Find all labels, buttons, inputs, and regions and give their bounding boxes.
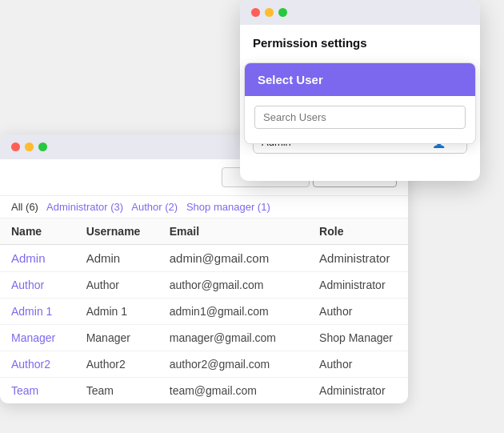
select-user-search-input[interactable]: [254, 106, 466, 129]
select-user-popover: Select User: [244, 62, 476, 144]
table-header-row: Name Username Email Role: [0, 219, 408, 245]
select-user-title: Select User: [258, 73, 323, 86]
fg-titlebar: [240, 0, 480, 25]
close-button-fg[interactable]: [251, 8, 260, 17]
col-name: Name: [0, 219, 75, 245]
user-table: Name Username Email Role AdminAdminadmin…: [0, 219, 408, 403]
user-name-link[interactable]: Admin: [11, 251, 46, 265]
user-username: Team: [75, 378, 158, 404]
filter-all-label: All (6): [11, 201, 38, 213]
user-email: admin@gmail.com: [158, 245, 308, 272]
col-email: Email: [158, 219, 308, 245]
maximize-button-bg[interactable]: [38, 142, 47, 151]
table-row: Author2Author2author2@gmail.comAuthor: [0, 351, 408, 378]
user-role: Shop Manager: [308, 325, 408, 351]
select-user-body: [245, 96, 475, 143]
select-user-header: Select User: [245, 63, 475, 96]
user-role: Administrator: [308, 378, 408, 404]
minimize-button-bg[interactable]: [25, 142, 34, 151]
user-email: author@gmail.com: [158, 272, 308, 299]
table-row: Admin 1Admin 1admin1@gmail.comAuthor: [0, 299, 408, 325]
user-name-link[interactable]: Author2: [11, 358, 50, 371]
user-username: Manager: [75, 325, 158, 351]
user-username: Admin: [75, 245, 158, 272]
user-email: team@gmail.com: [158, 378, 308, 404]
user-name-link[interactable]: Team: [11, 384, 38, 397]
table-row: TeamTeamteam@gmail.comAdministrator: [0, 378, 408, 404]
user-role: Author: [308, 299, 408, 325]
user-email: manager@gmail.com: [158, 325, 308, 351]
filter-shopmanager-link[interactable]: Shop manager (1): [186, 201, 270, 213]
table-row: ManagerManagermanager@gmail.comShop Mana…: [0, 325, 408, 351]
close-button-bg[interactable]: [11, 142, 20, 151]
table-row: AuthorAuthorauthor@gmail.comAdministrato…: [0, 272, 408, 299]
maximize-button-fg[interactable]: [278, 8, 287, 17]
user-username: Admin 1: [75, 299, 158, 325]
col-role: Role: [308, 219, 408, 245]
filter-row: All (6) Administrator (3) Author (2) Sho…: [0, 196, 408, 219]
filter-administrator-link[interactable]: Administrator (3): [46, 201, 123, 213]
user-name-link[interactable]: Admin 1: [11, 305, 52, 318]
user-email: admin1@gmail.com: [158, 299, 308, 325]
user-name-link[interactable]: Manager: [11, 331, 55, 344]
filter-author-link[interactable]: Author (2): [131, 201, 178, 213]
permission-settings-title: Permission settings: [253, 36, 467, 50]
user-role: Administrator: [308, 272, 408, 299]
user-role: Administrator: [308, 245, 408, 272]
user-username: Author2: [75, 351, 158, 378]
col-username: Username: [75, 219, 158, 245]
user-name-link[interactable]: Author: [11, 279, 44, 291]
user-role: Author: [308, 351, 408, 378]
table-row: AdminAdminadmin@gmail.comAdministrator: [0, 245, 408, 272]
user-email: author2@gmail.com: [158, 351, 308, 378]
user-username: Author: [75, 272, 158, 299]
minimize-button-fg[interactable]: [265, 8, 274, 17]
